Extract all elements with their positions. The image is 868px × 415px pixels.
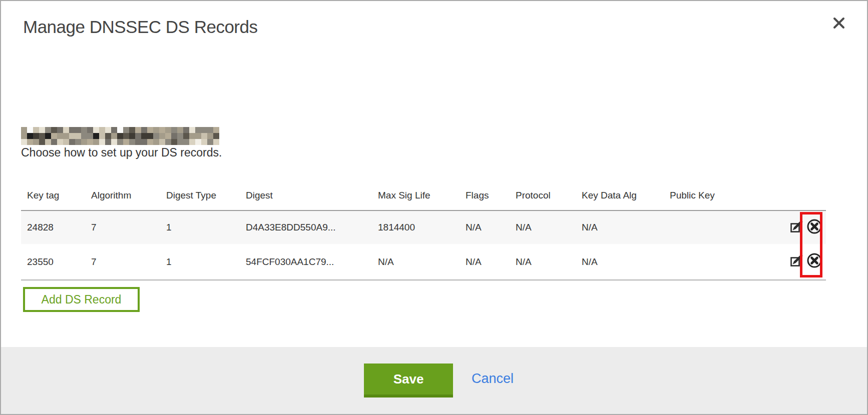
redacted-pixel bbox=[183, 139, 189, 145]
dialog-title: Manage DNSSEC DS Records bbox=[23, 17, 257, 37]
delete-icon bbox=[806, 226, 823, 237]
redacted-pixel bbox=[147, 127, 153, 133]
instruction-text: Choose how to set up your DS records. bbox=[21, 146, 222, 160]
cell-max-sig-life: N/A bbox=[378, 244, 466, 280]
redacted-pixel bbox=[201, 139, 207, 145]
redacted-pixel bbox=[141, 127, 147, 133]
redacted-pixel bbox=[111, 133, 117, 139]
redacted-pixel bbox=[27, 139, 33, 145]
redacted-pixel bbox=[27, 133, 33, 139]
redacted-pixel bbox=[81, 133, 87, 139]
redacted-pixel bbox=[33, 127, 39, 133]
cell-protocol: N/A bbox=[516, 210, 582, 244]
redacted-pixel bbox=[195, 133, 201, 139]
redacted-pixel bbox=[183, 127, 189, 133]
col-header-key-data-alg: Key Data Alg bbox=[582, 187, 670, 210]
col-header-max-sig-life: Max Sig Life bbox=[378, 187, 466, 210]
redacted-pixel bbox=[51, 133, 57, 139]
redacted-pixel bbox=[69, 127, 75, 133]
cell-digest-type: 1 bbox=[166, 210, 246, 244]
redacted-pixel bbox=[105, 127, 111, 133]
redacted-pixel bbox=[21, 127, 27, 133]
redacted-pixel bbox=[153, 133, 159, 139]
redacted-pixel bbox=[117, 127, 123, 133]
delete-record-button[interactable] bbox=[806, 218, 823, 238]
redacted-pixel bbox=[207, 133, 213, 139]
redacted-pixel bbox=[75, 127, 81, 133]
redacted-pixel bbox=[51, 127, 57, 133]
redacted-pixel bbox=[147, 139, 153, 145]
delete-record-button[interactable] bbox=[806, 252, 823, 272]
redacted-pixel bbox=[123, 127, 129, 133]
redacted-pixel bbox=[213, 133, 219, 139]
cell-key-tag: 23550 bbox=[21, 244, 91, 280]
redacted-pixel bbox=[123, 133, 129, 139]
redacted-pixel bbox=[207, 127, 213, 133]
redacted-pixel bbox=[147, 133, 153, 139]
redacted-pixel bbox=[57, 127, 63, 133]
redacted-pixel bbox=[207, 139, 213, 145]
redacted-pixel bbox=[117, 139, 123, 145]
redacted-pixel bbox=[195, 127, 201, 133]
delete-icon bbox=[806, 260, 823, 271]
redacted-pixel bbox=[117, 133, 123, 139]
edit-record-button[interactable] bbox=[789, 219, 804, 236]
redacted-pixel bbox=[129, 139, 135, 145]
cell-public-key bbox=[670, 244, 781, 280]
redacted-pixel bbox=[135, 133, 141, 139]
dialog-footer: Save Cancel bbox=[1, 347, 867, 414]
redacted-pixel bbox=[123, 139, 129, 145]
col-header-algorithm: Algorithm bbox=[91, 187, 166, 210]
redacted-pixel bbox=[129, 127, 135, 133]
ds-records-table-wrap: Key tag Algorithm Digest Type Digest Max… bbox=[21, 187, 826, 280]
redacted-pixel bbox=[189, 127, 195, 133]
redacted-pixel bbox=[189, 139, 195, 145]
redacted-pixel bbox=[201, 127, 207, 133]
cell-protocol: N/A bbox=[516, 244, 582, 280]
col-header-protocol: Protocol bbox=[516, 187, 582, 210]
redacted-pixel bbox=[165, 127, 171, 133]
redacted-pixel bbox=[159, 139, 165, 145]
row-actions bbox=[781, 244, 826, 280]
redacted-pixel bbox=[159, 127, 165, 133]
col-header-digest-type: Digest Type bbox=[166, 187, 246, 210]
redacted-pixel bbox=[171, 127, 177, 133]
redacted-pixel bbox=[213, 139, 219, 145]
redacted-pixel bbox=[141, 133, 147, 139]
redacted-pixel bbox=[129, 133, 135, 139]
redacted-pixel bbox=[45, 133, 51, 139]
redacted-pixel bbox=[45, 127, 51, 133]
close-icon bbox=[832, 16, 846, 30]
redacted-pixel bbox=[45, 139, 51, 145]
redacted-pixel bbox=[141, 139, 147, 145]
cell-flags: N/A bbox=[466, 244, 516, 280]
redacted-pixel bbox=[153, 139, 159, 145]
redacted-pixel bbox=[93, 127, 99, 133]
redacted-pixel bbox=[87, 127, 93, 133]
redacted-pixel bbox=[99, 127, 105, 133]
redacted-pixel bbox=[27, 127, 33, 133]
redacted-pixel bbox=[171, 139, 177, 145]
cell-key-tag: 24828 bbox=[21, 210, 91, 244]
ds-records-table: Key tag Algorithm Digest Type Digest Max… bbox=[21, 187, 826, 280]
redacted-pixel bbox=[177, 139, 183, 145]
col-header-key-tag: Key tag bbox=[21, 187, 91, 210]
redacted-pixel bbox=[21, 139, 27, 145]
cell-digest: D4A33E8DD550A9... bbox=[246, 210, 378, 244]
cell-digest-type: 1 bbox=[166, 244, 246, 280]
redacted-pixel bbox=[153, 127, 159, 133]
redacted-pixel bbox=[33, 133, 39, 139]
redacted-pixel bbox=[39, 127, 45, 133]
redacted-pixel bbox=[93, 139, 99, 145]
redacted-pixel bbox=[21, 133, 27, 139]
redacted-pixel bbox=[111, 127, 117, 133]
save-button[interactable]: Save bbox=[364, 364, 453, 398]
add-ds-record-button[interactable]: Add DS Record bbox=[23, 287, 140, 312]
redacted-pixel bbox=[105, 139, 111, 145]
redacted-domain-name bbox=[21, 127, 219, 145]
close-button[interactable] bbox=[832, 16, 846, 30]
edit-record-button[interactable] bbox=[789, 253, 804, 270]
cancel-link[interactable]: Cancel bbox=[472, 371, 514, 386]
redacted-pixel bbox=[135, 139, 141, 145]
redacted-pixel bbox=[195, 139, 201, 145]
